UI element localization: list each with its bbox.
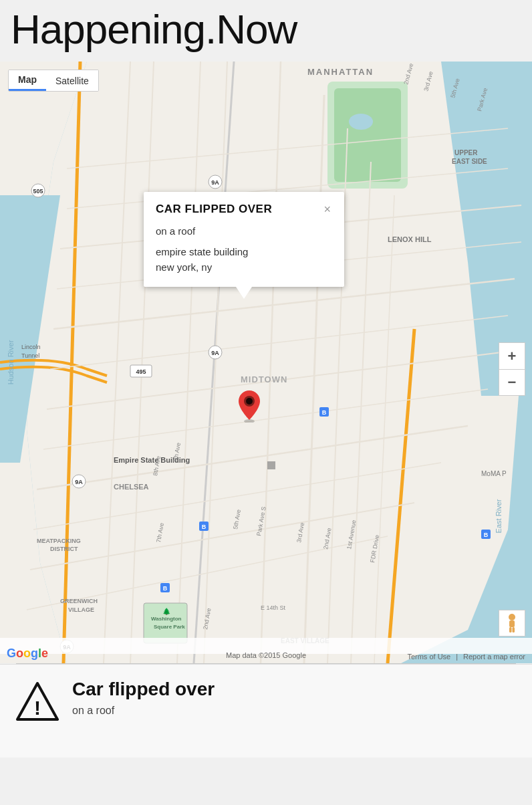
svg-rect-96	[509, 627, 512, 632]
svg-text:Washington: Washington	[151, 616, 182, 622]
svg-text:9A: 9A	[75, 479, 83, 485]
svg-text:Tunnel: Tunnel	[21, 352, 39, 359]
bottom-text: Car flipped over on a roof	[72, 678, 215, 717]
map-button[interactable]: Map	[9, 70, 46, 91]
info-popup: CAR FLIPPED OVER × on a roof empire stat…	[144, 192, 344, 287]
bottom-card: ! Car flipped over on a roof	[0, 664, 532, 758]
popup-title: CAR FLIPPED OVER	[156, 203, 272, 216]
svg-text:MEATPACKING: MEATPACKING	[37, 538, 81, 544]
svg-text:UPPER: UPPER	[454, 149, 478, 156]
svg-rect-95	[509, 620, 515, 627]
svg-text:Square Park: Square Park	[154, 624, 185, 630]
report-map-error-link[interactable]: Report a map error	[463, 653, 525, 661]
svg-text:EAST SIDE: EAST SIDE	[452, 158, 487, 165]
svg-rect-89	[267, 461, 275, 469]
google-logo: Google	[7, 647, 48, 661]
svg-text:CHELSEA: CHELSEA	[114, 483, 149, 491]
map-type-toggle[interactable]: Map Satellite	[8, 70, 99, 92]
zoom-in-button[interactable]: +	[499, 342, 525, 369]
svg-rect-97	[513, 627, 515, 632]
map-data-text: Map data ©2015 Google	[226, 651, 306, 659]
svg-marker-1	[27, 62, 521, 663]
pegman-icon	[503, 612, 521, 634]
map-footer-links[interactable]: Terms of Use | Report a map error	[407, 653, 525, 661]
svg-text:MIDTOWN: MIDTOWN	[241, 374, 287, 384]
svg-text:MANHATTAN: MANHATTAN	[307, 67, 374, 77]
svg-text:VILLAGE: VILLAGE	[68, 606, 94, 613]
app-title: Happening.Now	[11, 7, 521, 52]
svg-point-6	[349, 114, 373, 130]
svg-text:Lincoln: Lincoln	[21, 344, 41, 350]
svg-text:Hudson River: Hudson River	[7, 340, 15, 385]
popup-description: on a roof	[156, 225, 332, 237]
warning-icon: !	[16, 681, 59, 723]
svg-text:B: B	[322, 409, 327, 416]
svg-text:9A: 9A	[211, 350, 219, 356]
app-header: Happening.Now	[0, 0, 532, 62]
svg-text:LENOX HILL: LENOX HILL	[388, 235, 432, 243]
svg-text:B: B	[202, 524, 207, 530]
svg-text:E 14th St: E 14th St	[261, 604, 286, 611]
svg-text:GREENWICH: GREENWICH	[60, 598, 98, 604]
svg-text:B: B	[484, 532, 489, 538]
popup-title-row: CAR FLIPPED OVER ×	[156, 203, 332, 216]
svg-text:MoMA P: MoMA P	[481, 470, 507, 477]
svg-rect-5	[334, 88, 401, 182]
svg-text:East River: East River	[495, 499, 503, 533]
zoom-out-button[interactable]: −	[499, 369, 525, 396]
svg-text:495: 495	[136, 368, 146, 375]
svg-text:9A: 9A	[211, 179, 219, 186]
svg-text:DISTRICT: DISTRICT	[50, 546, 78, 552]
svg-text:🌲: 🌲	[162, 607, 171, 616]
popup-address: empire state building new york, ny	[156, 245, 332, 275]
svg-point-93	[246, 398, 253, 405]
satellite-button[interactable]: Satellite	[46, 70, 98, 91]
map-background: MANHATTAN UPPER EAST SIDE LENOX HILL MID…	[0, 62, 532, 663]
bottom-card-title: Car flipped over	[72, 678, 215, 701]
map-container[interactable]: MANHATTAN UPPER EAST SIDE LENOX HILL MID…	[0, 62, 532, 663]
svg-point-94	[509, 614, 515, 620]
svg-text:B: B	[163, 585, 168, 592]
zoom-controls[interactable]: + −	[499, 342, 525, 396]
popup-address-line2: new york, ny	[156, 261, 212, 273]
bottom-card-subtitle: on a roof	[72, 705, 215, 717]
svg-text:505: 505	[33, 188, 43, 195]
popup-address-line1: empire state building	[156, 246, 248, 257]
svg-text:!: !	[34, 697, 41, 719]
popup-close-button[interactable]: ×	[322, 203, 332, 215]
map-pin[interactable]	[237, 389, 261, 425]
street-view-button[interactable]	[499, 610, 525, 637]
terms-of-use-link[interactable]: Terms of Use	[407, 653, 450, 661]
